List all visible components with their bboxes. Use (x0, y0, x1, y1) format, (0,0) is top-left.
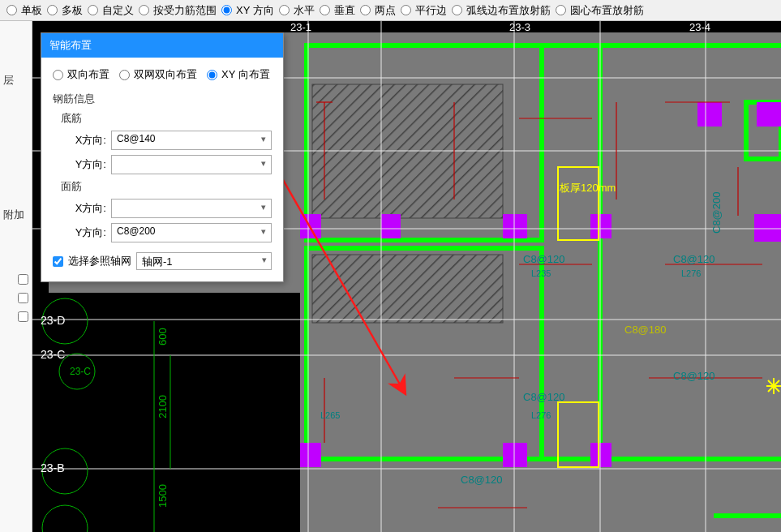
placement-mode-toolbar: 单板 多板 自定义 按受力筋范围 XY 方向 水平 垂直 两点 平行边 弧线边布… (0, 0, 781, 21)
annot-c8-1: C8@120 (523, 253, 565, 265)
opt-two-points-label: 两点 (375, 3, 396, 18)
side-checkboxes (15, 274, 32, 322)
mode-xy-label: XY 向布置 (221, 67, 270, 82)
row-label-23b: 23-B (41, 461, 65, 474)
small-l4: L276 (531, 410, 551, 420)
bottom-y-combo[interactable] (111, 155, 272, 174)
opt-by-rebar-range-label: 按受力筋范围 (153, 3, 217, 18)
grid-label-23-1: 23-1 (290, 21, 311, 33)
sub-bottom: 底筋 (61, 111, 272, 126)
grid-label-23-4: 23-4 (689, 21, 710, 33)
bottom-x-combo[interactable]: C8@140 (111, 131, 272, 150)
opt-multi-board[interactable]: 多板 (47, 3, 83, 18)
mode-dualnet-label: 双网双向布置 (134, 67, 197, 82)
mode-bidir-label: 双向布置 (67, 67, 109, 82)
annot-c8-7: C8@120 (461, 474, 503, 486)
grid-ref-combo[interactable]: 轴网-1 (136, 252, 272, 270)
grid-ref-checkbox[interactable] (53, 256, 63, 267)
opt-by-rebar-range[interactable]: 按受力筋范围 (139, 3, 217, 18)
row-label-23c: 23-C (41, 348, 65, 361)
sub-top: 面筋 (61, 179, 272, 194)
mode-xy[interactable]: XY 向布置 (207, 67, 270, 82)
side-check-2[interactable] (15, 293, 32, 303)
mode-bidir[interactable]: 双向布置 (53, 67, 109, 82)
smart-place-dialog: 智能布置 双向布置 双网双向布置 XY 向布置 钢筋信息 底筋 X方向: C8@… (41, 32, 284, 282)
grid-ref-label: 选择参照轴网 (68, 254, 131, 268)
annot-c8-6: C8@200 (710, 191, 723, 234)
opt-xy-direction-label: XY 方向 (236, 3, 274, 18)
svg-rect-20 (590, 443, 611, 467)
annot-c8-3: C8@180 (624, 324, 667, 336)
top-x-combo[interactable] (111, 199, 272, 218)
opt-horizontal[interactable]: 水平 (279, 3, 315, 18)
opt-two-points[interactable]: 两点 (360, 3, 396, 18)
annot-thickness: 板厚120mm (559, 182, 616, 194)
top-x-label: X方向: (67, 201, 106, 216)
opt-multi-board-label: 多板 (62, 3, 83, 18)
dim-2100: 2100 (157, 395, 169, 418)
svg-rect-23 (757, 102, 781, 127)
opt-horizontal-label: 水平 (294, 3, 315, 18)
annot-c8-4: C8@120 (523, 391, 565, 403)
opt-custom[interactable]: 自定义 (88, 3, 134, 18)
svg-rect-15 (503, 214, 527, 238)
opt-parallel-edge[interactable]: 平行边 (401, 3, 447, 18)
opt-arc-radial-label: 弧线边布置放射筋 (466, 3, 551, 18)
side-panel: 层 附加 (0, 21, 32, 532)
annot-c8-2: C8@120 (673, 253, 715, 265)
side-check-3[interactable] (15, 311, 32, 322)
opt-center-radial[interactable]: 圆心布置放射筋 (556, 3, 644, 18)
section-rebar-info: 钢筋信息 (53, 92, 272, 106)
svg-rect-22 (697, 102, 722, 127)
dim-1500: 1500 (157, 484, 169, 508)
svg-rect-17 (300, 443, 321, 467)
side-label-extra: 附加 (0, 204, 32, 225)
side-check-1[interactable] (15, 274, 32, 285)
opt-arc-radial[interactable]: 弧线边布置放射筋 (452, 3, 551, 18)
opt-custom-label: 自定义 (102, 3, 134, 18)
top-y-combo[interactable]: C8@200 (111, 223, 272, 242)
opt-center-radial-label: 圆心布置放射筋 (570, 3, 644, 18)
svg-rect-18 (503, 443, 527, 467)
bottom-x-label: X方向: (67, 133, 106, 148)
dialog-title[interactable]: 智能布置 (41, 33, 283, 58)
svg-rect-19 (590, 214, 611, 238)
small-l2: L276 (681, 268, 701, 278)
svg-rect-21 (754, 214, 781, 242)
top-y-label: Y方向: (67, 225, 106, 240)
opt-vertical-label: 垂直 (334, 3, 355, 18)
side-label-layer: 层 (0, 70, 32, 91)
small-l3: L265 (320, 410, 340, 420)
dim-600: 600 (157, 328, 169, 345)
opt-single-board-label: 单板 (21, 3, 42, 18)
drawing-canvas[interactable]: 23-1 23-3 23-4 板厚120mm C8@120 C8@120 C8@… (32, 21, 781, 532)
small-l1: L235 (531, 268, 551, 278)
grid-label-23-3: 23-3 (509, 21, 530, 33)
opt-vertical[interactable]: 垂直 (320, 3, 355, 18)
row-label-23d: 23-D (41, 314, 65, 327)
dialog-mode-row: 双向布置 双网双向布置 XY 向布置 (53, 67, 272, 82)
bottom-y-label: Y方向: (67, 157, 106, 172)
circle-label-23c: 23-C (70, 366, 91, 377)
opt-xy-direction[interactable]: XY 方向 (221, 3, 274, 18)
opt-single-board[interactable]: 单板 (6, 3, 42, 18)
svg-rect-2 (32, 21, 781, 32)
opt-parallel-edge-label: 平行边 (415, 3, 447, 18)
mode-dualnet[interactable]: 双网双向布置 (119, 67, 197, 82)
annot-c8-5: C8@120 (673, 370, 715, 382)
